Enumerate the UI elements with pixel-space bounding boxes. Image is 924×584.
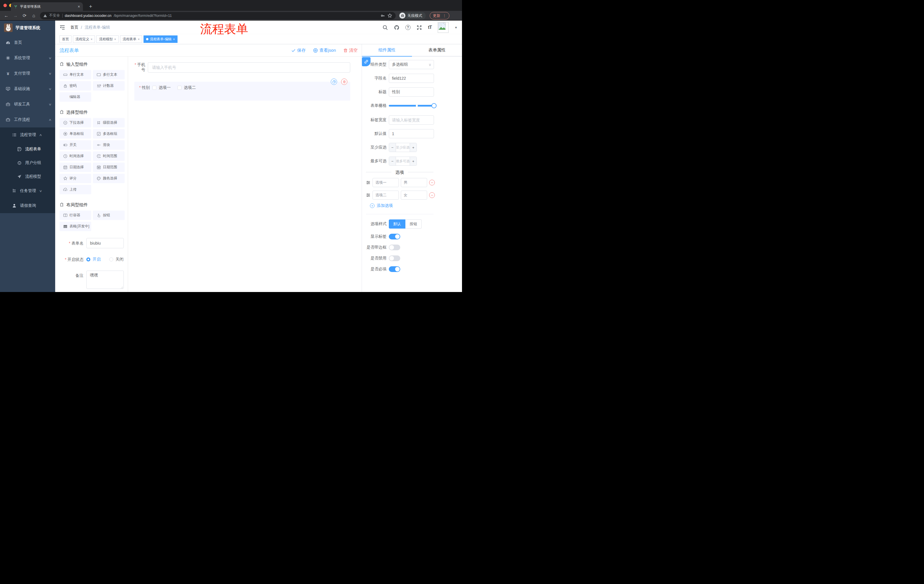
style-button-button[interactable]: 按钮 (405, 219, 422, 229)
save-button[interactable]: 保存 (291, 48, 305, 53)
tag-close-icon[interactable]: × (138, 38, 140, 41)
option-label-input[interactable] (373, 191, 399, 200)
palette-item-slider[interactable]: 滑块 (93, 140, 125, 150)
option-label-input[interactable] (373, 178, 399, 187)
sidebar-item-task-mgmt[interactable]: 任务管理 ∨ (0, 183, 55, 198)
status-off-label[interactable]: 关闭 (116, 257, 124, 262)
sidebar-item-process-model[interactable]: 流程模型 (0, 170, 55, 183)
address-bar[interactable]: 不安全 dashboard.yudao.iocoder.cn/bpm/manag… (40, 12, 396, 20)
palette-item-rate[interactable]: 评分 (59, 174, 91, 183)
stepper-decrease-button[interactable]: − (389, 143, 396, 152)
slider-thumb[interactable] (431, 103, 437, 108)
phone-input[interactable] (148, 62, 350, 72)
sidebar-item-home[interactable]: 首页 (0, 35, 55, 50)
palette-item-select[interactable]: 下拉选择 (59, 118, 91, 127)
sidebar-item-infra[interactable]: 基础设施 ∨ (0, 81, 55, 97)
status-off-radio[interactable] (109, 257, 113, 262)
max-select-input[interactable] (396, 157, 410, 165)
sidebar-item-process-form[interactable]: 流程表单 (0, 142, 55, 156)
form-name-input[interactable] (86, 238, 124, 248)
gender-option-1[interactable]: 选项一 (152, 85, 171, 90)
canvas-field-phone[interactable]: 手机号 (132, 62, 350, 72)
palette-item-single-text[interactable]: 单行文本 (59, 70, 91, 79)
view-json-button[interactable]: 查看json (313, 48, 336, 53)
tag-close-icon[interactable]: × (173, 38, 175, 41)
sidebar-item-payment[interactable]: ¥ 支付管理 ∨ (0, 66, 55, 81)
option-value-input[interactable] (401, 191, 427, 200)
label-width-input[interactable] (389, 115, 434, 125)
palette-item-password[interactable]: 密码 (59, 81, 91, 90)
palette-item-time-range[interactable]: 时间范围 (93, 151, 125, 161)
palette-item-date-range[interactable]: 日期范围 (93, 163, 125, 172)
form-remark-textarea[interactable]: 嘿嘿 (86, 271, 124, 289)
tab-close-icon[interactable]: × (78, 5, 80, 8)
palette-item-counter[interactable]: 123计数器 (93, 81, 125, 90)
style-default-button[interactable]: 默认 (389, 219, 405, 229)
canvas-field-gender-selected[interactable]: 性别 选项一 选项二 (134, 82, 350, 100)
browser-menu-icon[interactable]: ⋮ (442, 13, 446, 18)
tag-process-model[interactable]: 流程模型× (96, 35, 118, 43)
stepper-increase-button[interactable]: + (410, 143, 417, 152)
palette-item-time-picker[interactable]: 时间选择 (59, 151, 91, 161)
sidebar-item-system[interactable]: 系统管理 ∨ (0, 50, 55, 66)
default-value-input[interactable] (389, 129, 434, 138)
sidebar-item-workflow[interactable]: 工作流程 ∧ (0, 112, 55, 127)
palette-item-switch[interactable]: 开关 (59, 140, 91, 150)
disabled-toggle[interactable] (389, 255, 400, 261)
avatar-caret-icon[interactable]: ▼ (455, 26, 457, 29)
gender-option-2[interactable]: 选项二 (178, 85, 196, 90)
sidebar-item-devtools[interactable]: 研发工具 ∨ (0, 97, 55, 112)
field-name-input[interactable] (389, 74, 434, 83)
search-icon[interactable] (383, 25, 388, 30)
option-value-input[interactable] (401, 178, 427, 187)
forward-icon[interactable]: → (11, 13, 20, 18)
sidebar-fold-icon[interactable] (59, 25, 65, 30)
avatar[interactable] (438, 22, 449, 33)
palette-item-cascader[interactable]: 级联选择 (93, 118, 125, 127)
component-type-select[interactable]: 多选框组∨ (389, 60, 434, 69)
palette-item-color-picker[interactable]: 颜色选择 (93, 174, 125, 183)
stepper-increase-button[interactable]: + (410, 157, 417, 165)
clear-button[interactable]: 清空 (343, 48, 358, 53)
tab-form-props[interactable]: 表单属性 (412, 44, 462, 56)
home-icon[interactable]: ⌂ (29, 13, 38, 18)
fullscreen-icon[interactable] (417, 25, 422, 30)
browser-tab[interactable]: 芋道管理系统 × (11, 2, 83, 11)
palette-item-radio-group[interactable]: 单选框组 (59, 129, 91, 138)
status-on-radio[interactable] (86, 257, 90, 262)
palette-item-upload[interactable]: 上传 (59, 185, 91, 194)
password-key-icon[interactable] (381, 13, 385, 18)
tag-process-definition[interactable]: 流程定义× (73, 35, 95, 43)
tag-home[interactable]: 首页 (59, 35, 71, 43)
tag-process-form[interactable]: 流程表单× (120, 35, 142, 43)
status-on-label[interactable]: 开启 (92, 257, 101, 262)
sidebar-item-leave-query[interactable]: 请假查询 (0, 198, 55, 213)
stepper-decrease-button[interactable]: − (389, 157, 396, 165)
sidebar-item-process-mgmt[interactable]: 流程管理 ∧ (0, 127, 55, 142)
add-option-button[interactable]: + 添加选项 (370, 203, 434, 208)
github-icon[interactable] (394, 25, 399, 30)
tag-close-icon[interactable]: × (114, 38, 116, 41)
grid-slider[interactable] (389, 101, 434, 110)
back-icon[interactable]: ← (2, 13, 11, 18)
new-tab-button[interactable]: + (87, 3, 94, 10)
checkbox[interactable] (152, 86, 157, 90)
title-input[interactable] (389, 87, 434, 97)
palette-item-date-picker[interactable]: 日期选择 (59, 163, 91, 172)
checkbox[interactable] (178, 86, 182, 90)
slider-track[interactable] (389, 105, 434, 107)
min-select-input[interactable] (396, 143, 410, 152)
palette-item-multi-text[interactable]: 多行文本 (93, 70, 125, 79)
close-window-button[interactable] (3, 4, 7, 7)
copy-component-button[interactable] (331, 79, 337, 85)
bookmark-star-icon[interactable] (388, 13, 392, 18)
sidebar-item-user-group[interactable]: 用户分组 (0, 156, 55, 170)
palette-item-table[interactable]: 表格[开发中] (59, 222, 91, 231)
palette-item-button[interactable]: 按钮 (93, 211, 125, 220)
help-icon[interactable]: ? (405, 25, 411, 30)
breadcrumb-home[interactable]: 首页 (70, 25, 78, 30)
border-toggle[interactable] (389, 245, 400, 250)
palette-item-editor[interactable]: 编辑器 (59, 92, 91, 102)
tag-close-icon[interactable]: × (91, 38, 92, 41)
tab-component-props[interactable]: 组件属性 (362, 44, 412, 56)
